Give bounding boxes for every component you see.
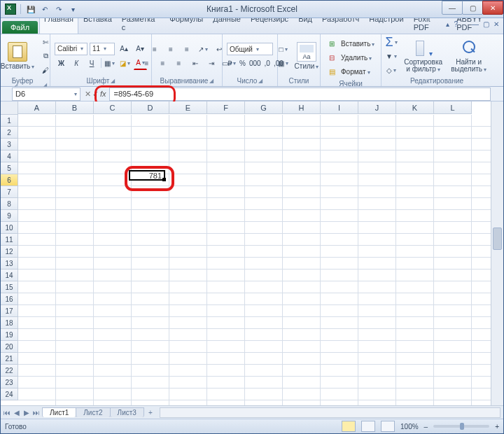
fill-handle[interactable] xyxy=(162,178,166,181)
row-header[interactable]: 5 xyxy=(1,162,18,174)
row-header[interactable]: 8 xyxy=(1,198,18,210)
doc-close[interactable]: ✕ xyxy=(493,20,499,28)
orientation-button[interactable]: ↗ xyxy=(196,43,210,55)
row-header[interactable]: 24 xyxy=(1,388,18,400)
doc-maximize[interactable]: ▢ xyxy=(483,20,489,28)
view-page-layout-button[interactable] xyxy=(361,421,375,432)
column-header[interactable]: K xyxy=(396,102,434,114)
increase-indent-button[interactable]: ⇥ xyxy=(204,57,218,69)
format-as-table-button[interactable]: ▦ xyxy=(276,57,290,69)
sheet-tab[interactable]: Лист2 xyxy=(76,407,110,417)
align-center-button[interactable]: ≡ xyxy=(156,57,170,69)
view-page-break-button[interactable] xyxy=(381,421,395,432)
view-normal-button[interactable] xyxy=(342,421,356,432)
sheet-nav-button[interactable]: ◀ xyxy=(12,409,22,416)
column-header[interactable]: G xyxy=(245,102,283,114)
conditional-formatting-button[interactable]: □ xyxy=(276,43,290,55)
font-name-select[interactable]: Calibri xyxy=(55,43,88,55)
row-header[interactable]: 13 xyxy=(1,258,18,270)
column-header[interactable]: I xyxy=(321,102,358,114)
bold-button[interactable]: Ж xyxy=(55,57,68,69)
zoom-out-button[interactable]: – xyxy=(424,423,428,430)
font-dialog-launcher[interactable]: ◢ xyxy=(111,78,115,84)
align-top-button[interactable]: ≡ xyxy=(148,43,162,55)
italic-button[interactable]: К xyxy=(70,57,83,69)
align-middle-button[interactable]: ≡ xyxy=(164,43,178,55)
column-header[interactable]: C xyxy=(94,102,132,114)
doc-minimize[interactable]: — xyxy=(472,20,479,28)
row-header[interactable]: 7 xyxy=(1,186,18,198)
vertical-scrollbar[interactable] xyxy=(491,102,503,405)
column-header[interactable]: A xyxy=(18,102,56,114)
column-header[interactable]: D xyxy=(132,102,169,114)
row-header[interactable]: 17 xyxy=(1,305,18,317)
row-header[interactable]: 10 xyxy=(1,222,18,234)
decrease-indent-button[interactable]: ⇤ xyxy=(188,57,202,69)
row-header[interactable]: 9 xyxy=(1,210,18,222)
underline-button[interactable]: Ч xyxy=(85,57,99,69)
ribbon-minimize-icon[interactable]: ▴ xyxy=(446,20,449,28)
column-header[interactable]: J xyxy=(358,102,396,114)
qat-customize[interactable]: ▾ xyxy=(67,4,78,15)
row-header[interactable]: 11 xyxy=(1,234,18,246)
row-header[interactable]: 6 xyxy=(1,174,18,186)
row-header[interactable]: 1 xyxy=(1,115,18,127)
font-size-select[interactable]: 11 xyxy=(90,43,115,55)
sheet-tab[interactable]: Лист3 xyxy=(110,407,144,417)
paste-button[interactable]: Вставить xyxy=(0,42,37,71)
tab-file[interactable]: Файл xyxy=(2,21,38,34)
align-bottom-button[interactable]: ≡ xyxy=(180,43,194,55)
fill-button[interactable]: ▼ xyxy=(384,50,398,62)
border-button[interactable]: ▦ xyxy=(103,57,116,69)
zoom-label[interactable]: 100% xyxy=(400,423,419,430)
column-header[interactable]: L xyxy=(434,102,472,114)
zoom-in-button[interactable]: + xyxy=(495,423,499,430)
qat-redo[interactable]: ↷ xyxy=(53,4,64,15)
select-all-corner[interactable] xyxy=(1,102,18,115)
row-header[interactable]: 2 xyxy=(1,127,18,139)
qat-save[interactable]: 💾 xyxy=(25,4,36,15)
window-close[interactable]: ✕ xyxy=(482,1,503,15)
zoom-slider[interactable] xyxy=(433,425,489,428)
column-header[interactable]: E xyxy=(169,102,207,114)
name-box[interactable]: D6▾ xyxy=(12,88,80,101)
sheet-nav-button[interactable]: ⏭ xyxy=(31,409,41,416)
fx-icon[interactable]: fx xyxy=(100,90,106,98)
cell-styles-button[interactable]: Стили xyxy=(292,42,322,71)
number-format-select[interactable]: Общий xyxy=(227,43,273,55)
row-header[interactable]: 20 xyxy=(1,341,18,353)
insert-cells-button[interactable]: ⊞Вставить xyxy=(325,37,377,50)
sheet-nav-button[interactable]: ▶ xyxy=(22,409,31,416)
sheet-tab[interactable]: Лист1 xyxy=(42,407,76,417)
column-header[interactable]: B xyxy=(56,102,94,114)
help-icon[interactable]: ? xyxy=(454,20,458,28)
comma-button[interactable]: 000 xyxy=(248,57,262,69)
row-header[interactable]: 15 xyxy=(1,281,18,293)
sort-filter-button[interactable]: Сортировка и фильтр xyxy=(400,39,447,74)
new-sheet-button[interactable]: + xyxy=(144,409,157,416)
increase-font-button[interactable]: A▴ xyxy=(117,43,131,55)
find-select-button[interactable]: Найти и выделить xyxy=(448,39,489,74)
delete-cells-button[interactable]: ⊟Удалить xyxy=(325,51,377,64)
fill-color-button[interactable]: ◪ xyxy=(118,57,132,69)
row-header[interactable]: 14 xyxy=(1,270,18,281)
column-header[interactable]: F xyxy=(207,102,245,114)
align-left-button[interactable]: ≡ xyxy=(140,57,154,69)
autosum-button[interactable]: Σ xyxy=(384,36,398,48)
row-header[interactable]: 4 xyxy=(1,150,18,162)
cancel-formula-icon[interactable]: ✕ xyxy=(85,90,91,99)
clear-button[interactable]: ◇ xyxy=(384,64,398,76)
row-header[interactable]: 19 xyxy=(1,329,18,341)
accept-formula-icon[interactable]: ✓ xyxy=(92,90,99,99)
number-dialog-launcher[interactable]: ◢ xyxy=(258,78,262,84)
row-header[interactable]: 12 xyxy=(1,246,18,258)
horizontal-scrollbar[interactable] xyxy=(160,407,500,418)
row-header[interactable]: 18 xyxy=(1,317,18,329)
sheet-nav-button[interactable]: ⏮ xyxy=(2,409,12,416)
row-header[interactable]: 16 xyxy=(1,293,18,305)
row-header[interactable]: 22 xyxy=(1,365,18,377)
increase-decimal-button[interactable]: ,0 xyxy=(264,57,271,69)
currency-button[interactable]: ₽ xyxy=(227,57,237,69)
formula-bar[interactable]: =895-45-69 xyxy=(109,88,491,101)
row-header[interactable]: 3 xyxy=(1,139,18,150)
